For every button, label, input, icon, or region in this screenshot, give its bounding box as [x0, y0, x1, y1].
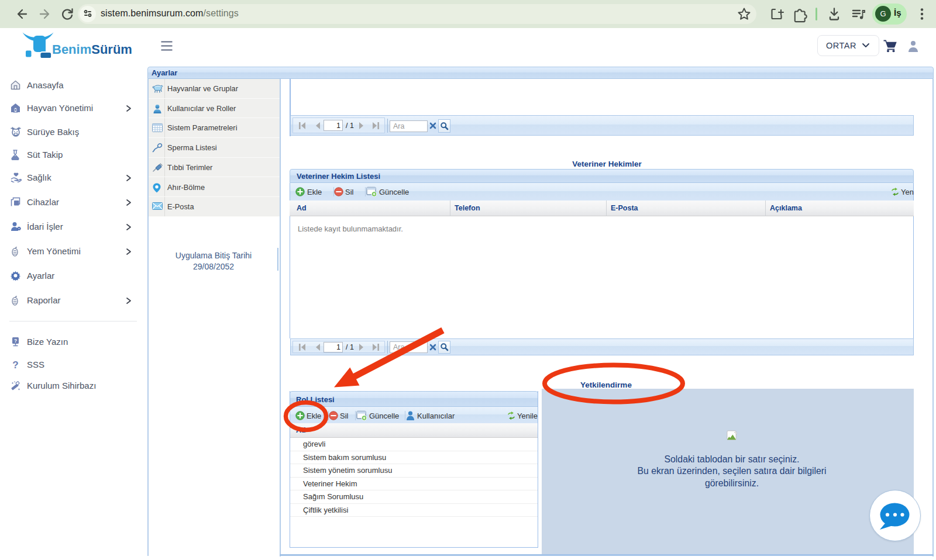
svg-text:?: ?	[14, 338, 17, 344]
svg-text:?: ?	[12, 359, 18, 369]
